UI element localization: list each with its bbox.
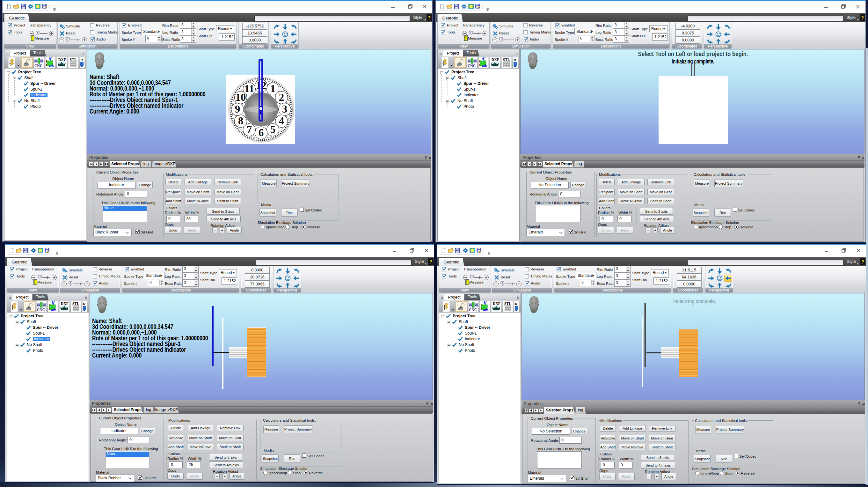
svg-text:R: R	[80, 58, 83, 62]
svg-text:STL: STL	[70, 58, 77, 62]
svg-text:DXF: DXF	[493, 302, 500, 306]
svg-text:DXF: DXF	[61, 302, 68, 306]
svg-text:9: 9	[235, 103, 240, 115]
svg-text:CNC: CNC	[37, 308, 45, 312]
svg-text:4: 4	[279, 115, 284, 127]
svg-text:CNC: CNC	[468, 64, 475, 68]
svg-text:R: R	[514, 58, 517, 62]
svg-text:1: 1	[270, 83, 276, 94]
svg-text:DXF: DXF	[58, 58, 66, 62]
svg-text:DXF: DXF	[492, 58, 499, 62]
svg-text:4th: 4th	[51, 308, 57, 312]
svg-text:4th: 4th	[49, 64, 54, 68]
svg-text:8: 8	[238, 115, 244, 127]
svg-text:6: 6	[258, 127, 264, 139]
svg-text:STL: STL	[504, 302, 511, 306]
svg-text:STL: STL	[72, 302, 80, 306]
svg-text:2: 2	[279, 92, 284, 103]
svg-text:CNC: CNC	[469, 308, 477, 312]
svg-text:STL: STL	[503, 58, 510, 62]
svg-text:4th: 4th	[483, 308, 489, 312]
svg-text:5: 5	[270, 124, 276, 135]
svg-text:CNC: CNC	[34, 64, 42, 68]
svg-text:R: R	[515, 302, 518, 306]
svg-text:3: 3	[282, 103, 287, 115]
svg-text:4th: 4th	[482, 64, 487, 68]
svg-text:R: R	[83, 302, 86, 306]
svg-text:11: 11	[244, 83, 254, 94]
svg-text:7: 7	[247, 124, 252, 135]
